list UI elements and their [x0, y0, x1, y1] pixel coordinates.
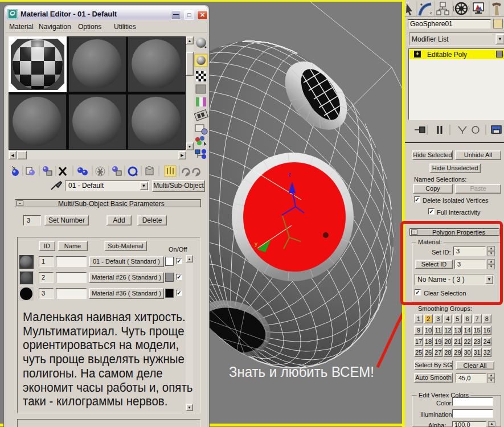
- svg-text:y: y: [255, 241, 257, 247]
- svg-text:Знать и любить ВСЕМ!: Знать и любить ВСЕМ!: [229, 363, 374, 380]
- svg-text:z: z: [288, 171, 291, 178]
